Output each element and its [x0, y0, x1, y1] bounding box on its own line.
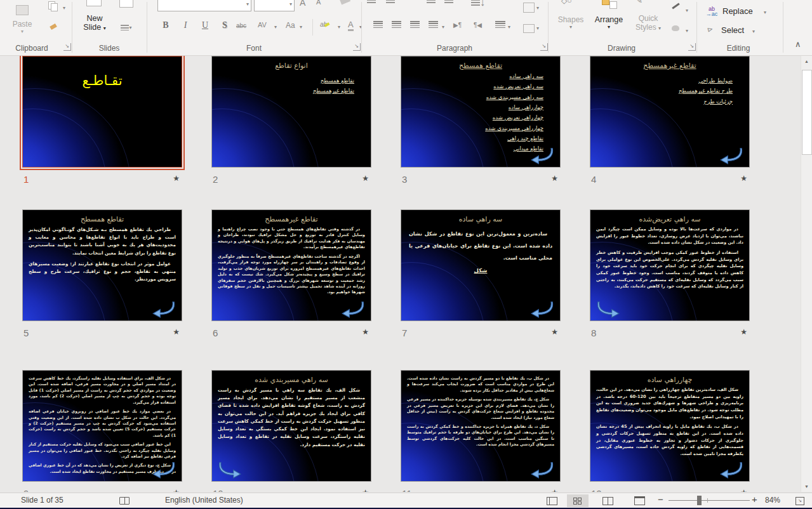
shape-effects-caret-icon[interactable]: ▾ [686, 28, 688, 34]
animation-star-icon[interactable]: ★ [551, 488, 558, 492]
vertical-scrollbar[interactable]: ▲ ▼ [801, 56, 812, 492]
animation-star-icon[interactable]: ★ [740, 327, 747, 336]
paste-button[interactable]: Paste ▾ [5, 0, 39, 41]
drawing-dialog-launcher[interactable]: ↘ [688, 43, 696, 51]
select-button[interactable]: Select [721, 25, 744, 35]
shrink-font-button[interactable]: A [316, 0, 321, 6]
slide-thumbnail-9[interactable]: در شكل الف، براي استفاده وسايل نقليه راس… [22, 370, 182, 482]
align-right-button[interactable] [410, 21, 420, 28]
animation-star-icon[interactable]: ★ [362, 174, 369, 183]
slide-thumbnail-1[interactable]: تقـاطـع [22, 56, 182, 168]
zoom-slider-thumb[interactable] [697, 496, 702, 505]
replace-caret-icon[interactable]: ▾ [764, 10, 766, 15]
fit-slide-to-window-button[interactable]: ↘ [789, 494, 811, 507]
slide-thumbnail-12[interactable]: چهارراهي سادهشكل الف، ساده‌ترين تقاطع چه… [590, 370, 750, 482]
slide-sorter-canvas[interactable]: تقـاطـع1★انواع تقاطعتقاطع همسطحتقاطع غير… [0, 56, 801, 492]
copy-caret-icon[interactable]: ▾ [63, 5, 65, 11]
columns-caret-icon[interactable]: ▾ [508, 24, 510, 30]
zoom-in-button[interactable]: + [752, 494, 757, 505]
slide-thumbnail-2[interactable]: انواع تقاطعتقاطع همسطحتقاطع غيرهمسطح [211, 56, 371, 168]
highlight-color-button[interactable]: ab [320, 21, 329, 28]
section-button[interactable]: ▾ [118, 22, 135, 33]
slide-thumbnail-6[interactable]: تقاطع غيرهمسطحدر گذشته وقتي تقاطع‌هاي هم… [211, 209, 371, 321]
font-size-combobox[interactable]: ▾ [254, 0, 295, 11]
shape-outline-button[interactable] [672, 5, 680, 7]
new-slide-button[interactable]: New Slide ▾ [75, 9, 114, 37]
quick-styles-button[interactable]: Quick Styles ▾ [630, 14, 667, 32]
decrease-indent-button[interactable] [427, 0, 436, 3]
font-name-combobox[interactable]: ▾ [157, 0, 251, 11]
scrollbar-thumb[interactable] [802, 70, 812, 155]
columns-button[interactable] [495, 21, 505, 28]
numbering-button[interactable] [386, 0, 395, 3]
character-spacing-caret-icon[interactable]: ▾ [274, 24, 277, 30]
slide-thumbnail-4[interactable]: تقاطع غيرهمسطحضوابط طراحيطرح تقاطع غيرهم… [590, 56, 750, 168]
zoom-percentage[interactable]: 84% [765, 496, 780, 505]
format-painter-button[interactable] [47, 20, 60, 33]
arrange-button[interactable]: Arrange▾ [590, 15, 627, 30]
shapes-button[interactable]: Shapes▾ [554, 15, 588, 30]
text-direction-caret-icon[interactable]: ▾ [536, 5, 539, 11]
spell-check-icon[interactable] [119, 497, 130, 506]
reset-slide-icon[interactable] [119, 0, 133, 8]
slide-thumbnail-8[interactable]: سه راهي تعريض‌شدهدر مواردي كه سرعت‌ها با… [590, 209, 750, 321]
collapse-ribbon-button[interactable]: ∧ [795, 39, 801, 49]
italic-button[interactable]: I [180, 20, 191, 30]
line-spacing-button[interactable]: ↓ [471, 0, 485, 8]
zoom-slider-track[interactable] [669, 500, 750, 501]
slide-thumbnail-5[interactable]: تقاطع همسطحطراحي يك تقاطع همسطح بـه شـكل… [22, 209, 182, 321]
animation-star-icon[interactable]: ★ [173, 327, 180, 336]
animation-star-icon[interactable]: ★ [740, 174, 747, 183]
font-dialog-launcher[interactable]: ↘ [353, 43, 361, 51]
underline-button[interactable]: U [199, 20, 211, 30]
strikethrough-button[interactable]: abc [236, 22, 246, 29]
font-color-button[interactable]: A [348, 20, 354, 31]
slide-counter[interactable]: Slide 1 of 35 [21, 496, 63, 505]
slide-thumbnail-3[interactable]: تقاطع همسطحسه راهي سادهسه راهي تعريض شده… [401, 56, 561, 168]
animation-star-icon[interactable]: ★ [173, 488, 180, 492]
justify-caret-icon[interactable]: ▾ [442, 24, 444, 30]
bold-button[interactable]: B [159, 20, 173, 30]
slide-thumbnail-10[interactable]: سه راهي مسيربندي شدهشكل الف، يك تقاطع سه… [211, 370, 371, 482]
align-text-caret-icon[interactable]: ▾ [536, 25, 539, 31]
animation-star-icon[interactable]: ★ [551, 174, 558, 183]
reading-view-button[interactable] [597, 494, 618, 507]
slide-show-button[interactable] [629, 494, 650, 507]
align-left-button[interactable] [373, 21, 383, 28]
text-shadow-button[interactable]: S [219, 20, 230, 30]
change-case-caret-icon[interactable]: ▾ [300, 24, 302, 30]
change-case-button[interactable]: Aa [286, 21, 295, 30]
animation-star-icon[interactable]: ★ [362, 327, 369, 336]
rtl-direction-button[interactable]: ¶◀ [474, 22, 482, 29]
shape-effects-button[interactable] [672, 25, 679, 31]
animation-star-icon[interactable]: ★ [173, 174, 180, 183]
bullets-button[interactable] [367, 0, 376, 3]
clipboard-dialog-launcher[interactable]: ↘ [63, 43, 71, 51]
slide-thumbnail-11[interactable]: در شكل ب، يك تقاطع با دو مسير گردش به را… [401, 370, 561, 482]
grow-font-button[interactable]: A [300, 0, 305, 8]
character-spacing-button[interactable]: AV [258, 21, 267, 29]
language-indicator[interactable]: English (United States) [165, 496, 243, 505]
replace-button[interactable]: Replace [722, 6, 753, 16]
zoom-out-button[interactable]: − [658, 494, 663, 505]
ltr-direction-button[interactable]: ▶¶ [453, 22, 462, 29]
animation-star-icon[interactable]: ★ [362, 488, 369, 492]
clear-formatting-button[interactable] [340, 0, 350, 3]
slide-sorter-view-button[interactable] [567, 494, 589, 507]
animation-star-icon[interactable]: ★ [551, 327, 558, 336]
slide-thumbnail-7[interactable]: سه راهي سادهساده‌ترين و معمول‌ترين اين ن… [401, 209, 561, 321]
text-direction-button[interactable] [523, 3, 535, 13]
paragraph-dialog-launcher[interactable]: ↘ [540, 43, 548, 51]
scroll-down-button[interactable]: ▼ [801, 481, 812, 492]
animation-star-icon[interactable]: ★ [740, 488, 747, 492]
copy-button[interactable] [48, 0, 60, 13]
highlight-caret-icon[interactable]: ▾ [338, 24, 340, 30]
normal-view-button[interactable] [541, 494, 562, 507]
justify-button[interactable] [429, 21, 438, 28]
shape-outline-caret-icon[interactable]: ▾ [686, 8, 688, 13]
align-text-button[interactable] [523, 24, 535, 33]
scroll-up-button[interactable]: ▲ [801, 56, 812, 67]
increase-indent-button[interactable] [444, 0, 453, 3]
select-caret-icon[interactable]: ▾ [752, 29, 755, 34]
align-center-button[interactable] [392, 21, 401, 28]
